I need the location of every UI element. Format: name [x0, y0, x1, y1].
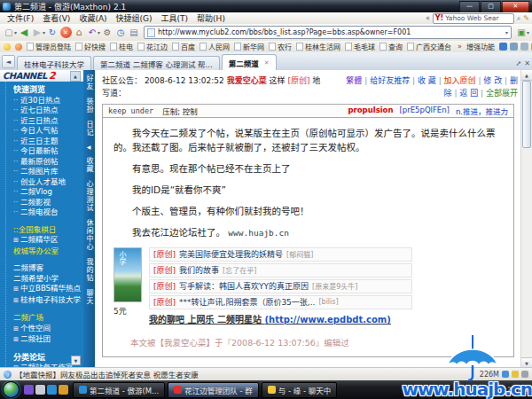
news-ticker[interactable]: 【地震快报】网友极品出击追悼死者安息 祝愿生者安康	[15, 369, 199, 379]
sidebar-item[interactable]: 个性空间	[13, 324, 82, 335]
bookmark-item[interactable]: 桂林生活网	[296, 42, 340, 51]
sidebar-item[interactable]: 二频广场	[13, 313, 82, 324]
new-page-icon[interactable]: ▢	[3, 26, 15, 39]
plugin-icon[interactable]	[520, 43, 528, 51]
bookmark-item[interactable]: 百度	[172, 42, 195, 51]
signature-link-row[interactable]: [原创] 完美国际便宜处理我的妖精号 [郁闷猫]	[149, 247, 412, 262]
sidebar-item[interactable]: 二频影视	[13, 198, 82, 208]
menu-item[interactable]: 工具(T)	[157, 12, 193, 24]
refresh-icon[interactable]: ↻	[46, 26, 59, 39]
undo-icon[interactable]: ↶	[86, 26, 98, 39]
sidebar-item[interactable]: 中立BBS精华热点	[13, 284, 82, 295]
tab-channel2-active[interactable]: 第二频道 ✕	[222, 54, 277, 70]
panels-icon[interactable]: ▤	[128, 26, 140, 39]
bookmark-item[interactable]: 管理员登陆	[27, 42, 71, 51]
panel-tab[interactable]: 休闲中心	[84, 219, 94, 251]
sidebar-item[interactable]: 创业人才基地	[13, 177, 82, 188]
tab-close-icon[interactable]: ✕	[264, 59, 270, 66]
post-action-link[interactable]: 收 藏	[418, 76, 444, 85]
history-icon[interactable]: ◷	[114, 26, 127, 39]
post-action-link[interactable]: 返 回	[459, 89, 486, 98]
tab-channel2-blog[interactable]: 第二频道 二频博客 心理测试 帮...	[93, 56, 220, 70]
menu-item[interactable]: 查看(V)	[38, 12, 74, 24]
quick-launch-icon[interactable]	[24, 385, 34, 395]
minimize-button[interactable]: —	[459, 1, 480, 12]
post-action-link[interactable]: 加入原创	[444, 76, 484, 85]
history-dropdown-icon[interactable]: ▾	[43, 29, 45, 35]
bookmark-item[interactable]: 人民网	[200, 42, 230, 51]
address-dropdown-icon[interactable]: ▾	[505, 29, 508, 35]
sidebar-item[interactable]: 近七日热点	[13, 106, 82, 116]
sidebar-scroll-down-icon[interactable]: ▼	[71, 356, 81, 365]
tray-network-icon[interactable]	[481, 387, 489, 394]
close-tab-icon[interactable]: ✕	[524, 59, 530, 67]
scrollbar-thumb[interactable]	[522, 81, 531, 148]
bookmark-item[interactable]: 广西交通台	[407, 42, 451, 51]
taskbar-clock[interactable]: 6:24 PM	[501, 386, 528, 394]
plugin-icon[interactable]	[499, 43, 507, 51]
sidebar-item[interactable]: 二频图片库	[13, 167, 82, 177]
sidebar-item[interactable]: 今日最新帖	[13, 146, 82, 157]
tools-icon[interactable]: ⚙	[101, 26, 113, 39]
signature-link-title[interactable]: 完美国际便宜处理我的妖精号	[179, 248, 283, 260]
signature-url[interactable]: (http://www.epdbdt.com)	[264, 315, 390, 325]
maximize-button[interactable]: ▢	[481, 1, 501, 12]
collapse-icon[interactable]: «	[426, 14, 430, 22]
channel2-logo[interactable]: CHANNEL 2 ▲	[0, 70, 83, 82]
signature-link-row[interactable]: [原创] ***转让声讯,阳朔套票（原价35一张,.. [bilis]	[149, 295, 412, 309]
bookmark-item[interactable]: 桂电	[110, 42, 133, 51]
scroll-up-icon[interactable]: ▲	[521, 70, 532, 81]
extensions-button[interactable]: 增强功能	[466, 42, 495, 51]
forward-icon[interactable]: ▶	[31, 26, 43, 39]
bookmark-item[interactable]: 好快搜	[75, 42, 106, 51]
sidebar-item[interactable]: 快速浏览	[13, 85, 82, 96]
home-icon[interactable]: ⌂	[73, 26, 85, 39]
menu-item[interactable]: 帮助(H)	[192, 12, 230, 24]
status-boost-icon[interactable]	[512, 371, 519, 378]
signature-link-title[interactable]: ***转让声讯,阳朔套票（原价35一张,..	[179, 296, 315, 308]
task-button[interactable]: 花江边管理团队 - 群	[168, 382, 258, 398]
yahoo-search-input[interactable]: Y! Yahoo Web Sear	[433, 13, 514, 24]
bookmark-item[interactable]: 毛毛球	[345, 42, 375, 51]
swirl-icon[interactable]	[15, 43, 22, 51]
task-button[interactable]: 第二频道 - 傲游(M...	[73, 382, 165, 398]
panel-tab[interactable]: 心理测试	[84, 180, 94, 212]
go-icon[interactable]: ▣	[515, 26, 528, 39]
post-action-link[interactable]: 给好友推荐	[370, 76, 418, 85]
post-action-link[interactable]: 修 改	[483, 76, 510, 85]
sidebar-item[interactable]: 近三日主题	[13, 137, 82, 147]
menu-item[interactable]: 收藏(A)	[74, 12, 111, 24]
sidebar-item[interactable]: 二频电视台	[13, 207, 82, 218]
quick-launch-icon[interactable]	[59, 385, 68, 395]
sidebar-item[interactable]: 近30日热点	[13, 96, 82, 106]
task-button[interactable]: 与 - 缘 - 聊天中	[262, 382, 337, 398]
search-icon[interactable]: ⌕	[517, 14, 520, 23]
language-indicator[interactable]: 中	[491, 385, 498, 395]
menu-item[interactable]: 文件(F)	[3, 12, 38, 24]
address-bar[interactable]: http://www.myclub2.com/bbs/bbs_list.asp?…	[144, 26, 512, 39]
signature-link-title[interactable]: 写手解读：韩国人喜欢YY的真正原因	[179, 280, 309, 292]
sidebar-item[interactable]: ::全国象棋日	[13, 225, 82, 236]
origin-tag[interactable]: [原创]	[287, 76, 309, 85]
huajb-link[interactable]: www.huajb.cn	[228, 228, 289, 238]
sidebar-item[interactable]: 今日人气帖	[13, 126, 82, 137]
signature-link-row[interactable]: [原创] 我们的故事 [忘了在乎]	[149, 263, 412, 278]
smiley-icon[interactable]	[4, 43, 11, 51]
go-dropdown-icon[interactable]: ▾	[527, 29, 529, 35]
tab-guilin-university[interactable]: 桂林电子科技大学	[17, 56, 91, 70]
signature-link-row[interactable]: [原创] 写手解读：韩国人喜欢YY的真正原因 [原来是9头牛]	[149, 279, 412, 293]
detach-tab-icon[interactable]: ➚	[516, 59, 522, 67]
close-button[interactable]: ✕	[502, 1, 529, 12]
panel-tab[interactable]: 我的钻	[84, 258, 94, 282]
stop-icon[interactable]: ✕	[60, 27, 72, 38]
status-proxy-icon[interactable]	[521, 371, 528, 378]
quick-launch-icon[interactable]	[47, 385, 57, 395]
panel-tab[interactable]: 好友	[84, 74, 94, 90]
post-author[interactable]: 我爱空心菜	[227, 76, 267, 85]
panel-tab[interactable]: 装扮	[84, 98, 94, 113]
sidebar-item[interactable]: 校城等办公室	[13, 246, 82, 257]
quick-launch-icon[interactable]	[35, 385, 45, 395]
signature-bold-line[interactable]: 我的聊吧 上网乐 二频明星站 (http://www.epdbdt.com)	[149, 312, 503, 325]
tab-scroll-left-icon[interactable]: ◄	[2, 55, 15, 68]
new-page-dropdown-icon[interactable]: ▾	[14, 29, 17, 35]
